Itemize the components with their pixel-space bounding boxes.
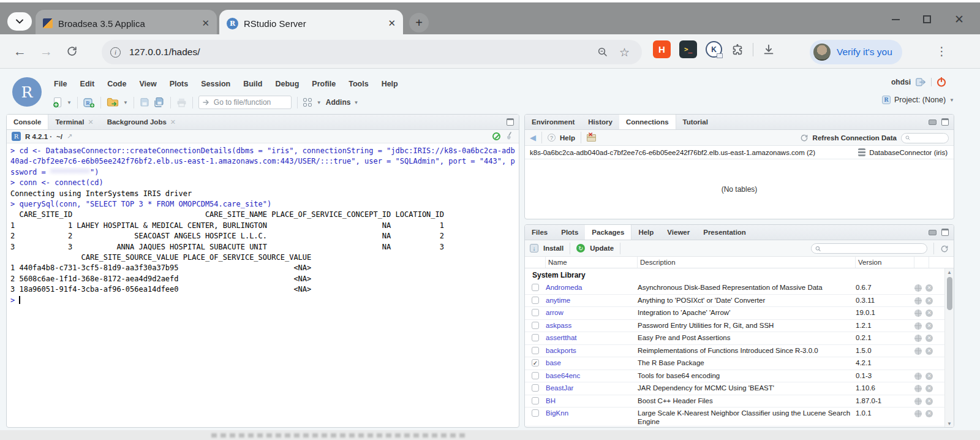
bookmark-star-icon[interactable]: ☆ xyxy=(619,45,630,59)
remove-package-icon[interactable]: ✕ xyxy=(925,398,933,405)
url-text[interactable]: 127.0.0.1/hades/ xyxy=(129,47,597,58)
package-checkbox[interactable] xyxy=(532,372,539,379)
remove-package-icon[interactable]: ✕ xyxy=(925,347,933,355)
remove-package-icon[interactable]: ✕ xyxy=(925,297,933,305)
browse-package-globe-icon[interactable] xyxy=(914,322,922,330)
help-icon[interactable]: ? xyxy=(548,134,556,142)
pane-minimize-icon[interactable] xyxy=(929,119,937,125)
package-name-link[interactable]: BigKnn xyxy=(546,408,638,417)
clear-console-broom-icon[interactable] xyxy=(505,132,514,140)
site-info-icon[interactable]: i xyxy=(110,47,121,58)
browse-package-globe-icon[interactable] xyxy=(914,410,922,417)
tab-tutorial[interactable]: Tutorial xyxy=(676,115,715,129)
package-checkbox[interactable] xyxy=(532,384,539,392)
new-tab-button[interactable]: + xyxy=(409,13,429,32)
scroll-down-icon[interactable]: ▼ xyxy=(947,421,952,427)
reload-icon[interactable] xyxy=(66,45,78,57)
pane-layout-dropdown-icon[interactable]: ▼ xyxy=(317,100,322,105)
help-label[interactable]: Help xyxy=(560,134,575,142)
package-checkbox[interactable] xyxy=(532,322,539,329)
package-name-link[interactable]: BH xyxy=(546,395,638,404)
package-name-link[interactable]: Andromeda xyxy=(546,282,638,291)
menu-help[interactable]: Help xyxy=(379,78,401,89)
print-icon[interactable] xyxy=(176,98,187,107)
extension-h-icon[interactable]: H xyxy=(653,40,671,58)
connections-search-input[interactable] xyxy=(913,134,944,142)
scroll-up-icon[interactable]: ▲ xyxy=(947,270,952,275)
install-button[interactable]: Install xyxy=(543,245,564,252)
packages-search-input[interactable] xyxy=(823,245,923,252)
browser-tab-broadsea[interactable]: Broadsea 3.5 Applica ✕ xyxy=(36,10,217,37)
tab-close-icon[interactable]: ✕ xyxy=(170,118,176,126)
back-icon[interactable]: ◀ xyxy=(530,133,536,142)
browse-package-globe-icon[interactable] xyxy=(914,373,922,380)
remove-package-icon[interactable]: ✕ xyxy=(925,410,933,417)
browser-tab-rstudio[interactable]: R RStudio Server ✕ xyxy=(219,10,403,37)
sign-out-icon[interactable] xyxy=(916,78,926,86)
extensions-puzzle-icon[interactable] xyxy=(731,43,744,56)
menu-session[interactable]: Session xyxy=(198,78,233,89)
goto-file-function-input[interactable]: Go to file/function xyxy=(198,96,292,109)
remove-package-icon[interactable]: ✕ xyxy=(925,335,933,342)
pane-maximize-icon[interactable] xyxy=(941,118,949,126)
browse-package-globe-icon[interactable] xyxy=(914,297,922,305)
window-minimize-button[interactable] xyxy=(892,19,900,20)
browse-package-globe-icon[interactable] xyxy=(914,347,922,355)
tab-connections[interactable]: Connections xyxy=(619,115,676,129)
package-name-link[interactable]: askpass xyxy=(546,320,638,329)
package-name-link[interactable]: anytime xyxy=(546,295,638,304)
connection-row[interactable]: k8s-0a6bc2ca-adb040ad-c7bf2ee7c6-e6b05ee… xyxy=(525,146,954,159)
open-recent-dropdown-icon[interactable]: ▼ xyxy=(123,100,128,105)
tab-close-icon[interactable]: ✕ xyxy=(388,18,396,29)
show-directory-icon[interactable]: ↗ xyxy=(67,132,72,140)
browse-package-globe-icon[interactable] xyxy=(914,335,922,342)
tab-plots[interactable]: Plots xyxy=(554,225,585,240)
window-close-button[interactable]: ✕ xyxy=(954,13,964,25)
tab-files[interactable]: Files xyxy=(525,225,554,240)
package-name-link[interactable]: base64enc xyxy=(546,370,638,379)
remove-package-icon[interactable]: ✕ xyxy=(925,373,933,380)
address-bar[interactable]: i 127.0.0.1/hades/ ☆ xyxy=(102,40,642,64)
package-checkbox[interactable] xyxy=(532,297,539,304)
tab-console[interactable]: Console xyxy=(7,115,48,129)
pane-maximize-icon[interactable] xyxy=(507,118,514,126)
package-checkbox[interactable] xyxy=(532,309,539,316)
tab-environment[interactable]: Environment xyxy=(525,115,581,129)
tab-presentation[interactable]: Presentation xyxy=(696,225,753,240)
remove-package-icon[interactable]: ✕ xyxy=(925,284,933,292)
disconnect-icon[interactable] xyxy=(587,134,596,142)
window-maximize-button[interactable] xyxy=(923,15,931,23)
extension-terminal-icon[interactable]: >_ xyxy=(679,40,697,58)
package-checkbox[interactable] xyxy=(532,409,539,417)
new-file-dropdown-icon[interactable]: ▼ xyxy=(67,100,72,105)
menu-build[interactable]: Build xyxy=(241,78,265,89)
tab-help[interactable]: Help xyxy=(631,225,660,240)
remove-package-icon[interactable]: ✕ xyxy=(925,309,933,317)
scrollbar-thumb[interactable] xyxy=(947,277,952,310)
save-icon[interactable] xyxy=(140,97,149,107)
browse-package-globe-icon[interactable] xyxy=(914,385,922,392)
remove-package-icon[interactable]: ✕ xyxy=(925,322,933,330)
forward-icon[interactable]: → xyxy=(40,44,53,59)
downloads-icon[interactable] xyxy=(762,43,775,56)
package-checkbox[interactable] xyxy=(532,397,539,404)
menu-profile[interactable]: Profile xyxy=(309,78,338,89)
menu-debug[interactable]: Debug xyxy=(273,78,301,89)
new-file-icon[interactable] xyxy=(53,97,62,108)
menu-tools[interactable]: Tools xyxy=(346,78,371,89)
package-name-link[interactable]: assertthat xyxy=(546,332,638,341)
update-button[interactable]: Update xyxy=(590,245,614,252)
quit-session-power-icon[interactable] xyxy=(937,77,946,87)
tab-close-icon[interactable]: ✕ xyxy=(88,118,93,126)
zoom-icon[interactable] xyxy=(597,47,608,58)
tab-close-icon[interactable]: ✕ xyxy=(202,18,209,29)
open-file-icon[interactable] xyxy=(107,97,119,107)
browser-menu-kebab-icon[interactable]: ⋮ xyxy=(936,44,948,58)
package-checkbox[interactable]: ✓ xyxy=(532,359,539,366)
project-selector[interactable]: R Project: (None) ▼ xyxy=(882,96,954,104)
tab-packages[interactable]: Packages xyxy=(585,225,631,240)
tab-viewer[interactable]: Viewer xyxy=(660,225,696,240)
package-name-link[interactable]: backports xyxy=(546,345,638,354)
menu-plots[interactable]: Plots xyxy=(167,78,191,89)
packages-scrollbar[interactable]: ▲ ▼ xyxy=(944,268,954,428)
